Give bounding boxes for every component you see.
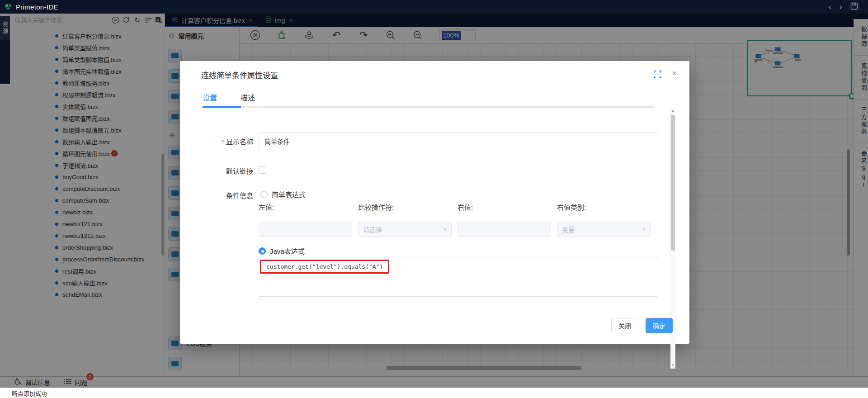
default-link-label: 默认链接: [199, 166, 253, 175]
simple-expression-label: 简单表达式: [272, 190, 306, 199]
java-expression-textarea[interactable]: customer.get("level").equals("A"): [258, 257, 658, 297]
required-asterisk: *: [222, 138, 224, 146]
dialog-title: 连线简单条件属性设置: [201, 69, 278, 81]
dialog-tab-settings[interactable]: 设置: [203, 92, 217, 108]
expression-highlight-box: customer.get("level").equals("A"): [260, 260, 389, 274]
right-value-input[interactable]: [458, 222, 551, 237]
operator-select[interactable]: 请选择 ∨: [358, 222, 452, 237]
app-logo-icon: [5, 3, 12, 10]
nav-back-icon[interactable]: ‹: [829, 3, 831, 11]
confirm-button[interactable]: 确定: [646, 318, 673, 333]
scrollbar-thumb[interactable]: [671, 115, 675, 251]
status-message: 断点添加成功: [12, 389, 47, 398]
right-value-label: 右值:: [458, 202, 551, 212]
close-icon[interactable]: ×: [672, 68, 677, 79]
chevron-down-icon: ∨: [642, 226, 646, 232]
operator-label: 比较操作符:: [358, 202, 452, 212]
dialog-tab-description[interactable]: 描述: [241, 92, 255, 108]
simple-expression-radio[interactable]: [260, 191, 268, 198]
java-expression-code: customer.get("level").equals("A"): [266, 263, 383, 270]
app-title: Primeton-IDE: [16, 3, 58, 11]
scroll-up-icon[interactable]: ▲: [671, 108, 675, 114]
display-name-input[interactable]: [259, 133, 658, 149]
status-bar: 断点添加成功: [0, 388, 868, 398]
chevron-down-icon: ∨: [443, 226, 447, 232]
right-value-type-select[interactable]: 变量 ∨: [557, 222, 651, 237]
java-expression-radio[interactable]: [259, 247, 266, 255]
condition-info-label: 条件信息: [199, 190, 253, 200]
close-button[interactable]: 关闭: [611, 318, 638, 333]
tab-track: [203, 106, 655, 108]
display-name-label: *显示名称: [199, 137, 253, 146]
scroll-down-icon[interactable]: ▼: [671, 363, 675, 368]
title-bar: Primeton-IDE ‹ ›: [0, 0, 868, 14]
link-condition-dialog: 连线简单条件属性设置 × 设置 描述 *显示名称 默认链接 条件信息 简单表达式…: [180, 61, 689, 344]
left-value-label: 左值:: [259, 202, 352, 212]
java-expression-label: Java表达式: [270, 246, 305, 256]
nav-forward-icon[interactable]: ›: [840, 3, 842, 11]
right-value-type-label: 右值类别:: [557, 202, 651, 212]
fullscreen-icon[interactable]: [654, 71, 661, 78]
default-link-checkbox[interactable]: [259, 166, 266, 174]
app-window: Primeton-IDE ‹ › 资源 AI: [0, 0, 868, 398]
left-value-input[interactable]: [259, 222, 352, 237]
save-icon[interactable]: [850, 2, 858, 12]
